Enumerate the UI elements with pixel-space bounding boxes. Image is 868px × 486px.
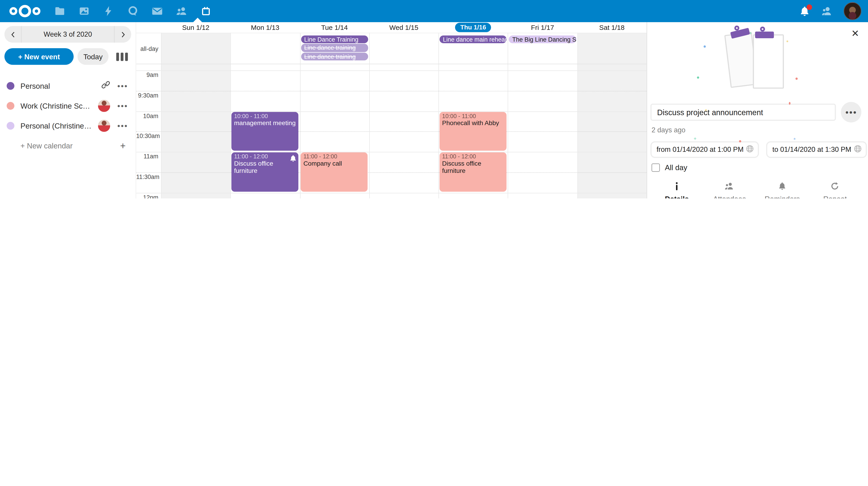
info-icon [673,182,681,193]
user-avatar[interactable] [844,2,861,20]
week-label[interactable]: Week 3 of 2020 [21,26,115,42]
last-modified-label: 2 days ago [651,126,861,134]
tab-details[interactable]: Details [651,179,703,198]
day-header[interactable]: Sat 1/18 [577,22,647,33]
tab-attendees[interactable]: Attendees [703,179,756,198]
attendees-icon [725,182,735,193]
time-label: 11:30am [136,173,158,180]
talk-app-icon[interactable] [127,5,138,17]
day-header[interactable]: Wed 1/15 [369,22,438,33]
calendar-app-icon[interactable] [200,5,212,17]
timezone-globe-icon[interactable] [746,144,754,155]
contacts-app-icon[interactable] [176,5,187,17]
files-app-icon[interactable] [54,5,65,17]
time-grid: 9am9:30am10am10:30am11am11:30am12pm12:30… [136,65,647,198]
week-grid: Sun 1/12Mon 1/13Tue 1/14Wed 1/15Thu 1/16… [135,22,647,198]
topbar [0,0,868,22]
calendar-menu-icon[interactable]: ●●● [116,82,129,90]
new-event-button[interactable]: + New event [4,48,74,65]
grid-line [136,111,647,112]
calendar-event[interactable]: 11:00 - 12:00Discuss office furniture [231,152,298,192]
calendar-color-dot [6,82,14,90]
new-calendar-button[interactable]: + New calendar + [0,136,135,156]
day-header[interactable]: Mon 1/13 [230,22,300,33]
today-button[interactable]: Today [78,48,108,65]
event-time: 11:00 - 12:00 [442,153,504,160]
event-time: 11:00 - 12:00 [234,153,296,160]
start-datetime-field[interactable]: from 01/14/2020 at 1:00 PM [651,141,759,158]
all-day-checkbox[interactable]: All day [651,163,861,172]
grid-body: all-day Line Dance TrainingLine dance tr… [136,33,647,198]
activity-app-icon[interactable] [103,5,114,17]
all-day-event[interactable]: Line Dance Training [301,35,368,44]
calendar-event[interactable]: 10:00 - 11:00management meeting [231,112,298,151]
time-label: 12pm [136,194,158,198]
timezone-globe-icon[interactable] [854,144,862,155]
app-menu [54,5,212,17]
event-time: 10:00 - 11:00 [234,112,296,119]
start-datetime-value: from 01/14/2020 at 1:00 PM [656,146,743,153]
calendar-item-work-christine[interactable]: Work (Christine Schott) ●●● [0,96,135,116]
event-title: Company call [303,160,366,167]
calendar-color-dot [6,122,14,130]
next-week-button[interactable] [115,26,131,42]
calendar-menu-icon[interactable]: ●●● [116,122,129,130]
more-actions-icon[interactable]: ●●● [841,102,862,123]
end-datetime-value: to 01/14/2020 at 1:30 PM [772,146,851,153]
app-window: Week 3 of 2020 + New event Today Persona… [0,0,868,198]
event-time: 11:00 - 12:00 [303,153,366,160]
day-header[interactable]: Thu 1/16 [438,22,508,33]
day-header[interactable]: Fri 1/17 [508,22,577,33]
time-label: 11am [136,153,158,160]
calendar-item-personal-christine[interactable]: Personal (Christine Scho…) ●●● [0,116,135,136]
active-app-pointer [193,18,202,22]
mail-app-icon[interactable] [152,5,163,17]
photos-app-icon[interactable] [79,5,90,17]
grid-line [136,193,647,193]
calendar-event[interactable]: 11:00 - 12:00Company call [301,152,368,192]
previous-week-button[interactable] [4,26,21,42]
allday-row: all-day Line Dance TrainingLine dance tr… [136,33,647,64]
calendar-name: Personal (Christine Scho…) [21,122,92,130]
plus-icon: + [117,141,129,150]
day-header[interactable]: Tue 1/14 [300,22,369,33]
calendar-event[interactable]: 10:00 - 11:00Phonecall with Abby [439,112,506,151]
event-title: management meeting [234,119,296,126]
checkbox[interactable] [651,163,660,172]
day-header[interactable]: Sun 1/12 [161,22,230,33]
all-day-event[interactable]: The Big Line Dancing Show [509,35,576,44]
calendar-name: Personal [21,82,95,90]
notification-badge [807,4,812,10]
calendar-color-dot [6,102,14,110]
spacer-dot [6,142,14,149]
all-day-label: All day [665,163,687,172]
calendar-item-personal[interactable]: Personal ●●● [0,76,135,96]
nextcloud-logo[interactable] [9,4,41,18]
all-day-event[interactable]: Line dance training [301,53,368,61]
time-label: 9am [136,72,158,78]
all-day-event[interactable]: Line dance training [301,44,368,52]
tab-reminders[interactable]: Reminders [756,179,809,198]
event-title-input[interactable] [651,104,836,121]
contacts-menu-icon[interactable] [822,5,833,17]
event-time: 10:00 - 11:00 [442,112,504,119]
all-day-event[interactable]: Line dance main rehearsal [440,35,507,44]
grid-line [136,70,647,71]
calendar-event[interactable]: 11:00 - 12:00Discuss office furniture [439,152,506,192]
new-calendar-label: + New calendar [21,142,111,150]
tab-repeat[interactable]: Repeat [809,179,861,198]
sharer-avatar [98,120,110,132]
notifications-bell-icon[interactable] [799,5,810,17]
bell-icon [778,182,786,193]
share-link-icon[interactable] [101,80,110,91]
event-title: Phonecall with Abby [442,119,504,126]
sharer-avatar [98,100,110,112]
end-datetime-field[interactable]: to 01/14/2020 at 1:30 PM [766,141,867,158]
calendar-menu-icon[interactable]: ●●● [116,102,129,110]
calendar-sidebar: Week 3 of 2020 + New event Today Persona… [0,22,135,198]
topbar-right [799,2,861,20]
view-toggle-button[interactable] [112,48,131,65]
clipboard-illustration: + ＊ ＊ + ＊ [651,27,862,95]
today-pill: Thu 1/16 [455,23,491,32]
allday-label: all-day [136,46,158,52]
